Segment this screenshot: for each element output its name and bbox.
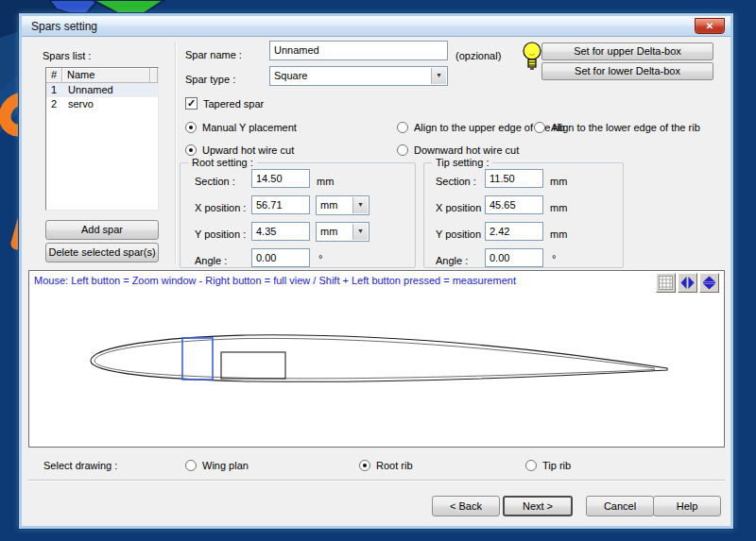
root-angle-label: Angle :	[195, 255, 227, 266]
radio-manual-y-placement[interactable]	[185, 122, 197, 133]
tip-x-unit: mm	[550, 202, 567, 213]
spar-type-value: Square	[274, 70, 307, 81]
lightbulb-icon	[521, 41, 543, 73]
upward-hot-wire-cut-label: Upward hot wire cut	[202, 144, 294, 156]
spar-type-label: Spar type :	[185, 74, 235, 85]
servo-spar-rect	[221, 352, 285, 379]
radio-upward-hot-wire-cut[interactable]	[185, 144, 197, 156]
radio-root-rib[interactable]	[359, 460, 370, 471]
dialog-client-area: Spars list : # Name 1 Unnamed 2 servo Ad…	[22, 37, 730, 526]
add-spar-button[interactable]: Add spar	[45, 220, 159, 240]
tip-setting-group: Tip setting : Section : 11.50 mm X posit…	[423, 162, 624, 268]
manual-y-placement-label: Manual Y placement	[202, 122, 297, 133]
spar-type-select[interactable]: Square ▼	[269, 66, 448, 86]
root-x-input[interactable]: 56.71	[251, 195, 310, 214]
back-button[interactable]: < Back	[432, 496, 500, 516]
tip-rib-label: Tip rib	[542, 460, 571, 471]
radio-align-lower-edge[interactable]	[534, 122, 545, 133]
tip-section-unit: mm	[550, 176, 567, 187]
tip-section-input[interactable]: 11.50	[485, 169, 543, 188]
tip-angle-input[interactable]: 0.00	[485, 248, 543, 267]
delete-spar-button[interactable]: Delete selected spar(s)	[45, 243, 159, 262]
tip-angle-label: Angle :	[436, 255, 468, 266]
chevron-down-icon[interactable]: ▼	[352, 197, 368, 213]
window-title: Spars setting	[31, 20, 97, 33]
selected-spar-rect	[182, 338, 213, 380]
root-y-input[interactable]: 4.35	[251, 222, 310, 241]
radio-align-upper-edge[interactable]	[397, 122, 408, 133]
root-angle-unit: °	[318, 253, 322, 264]
wing-plan-label: Wing plan	[202, 460, 249, 471]
root-section-input[interactable]: 14.50	[251, 169, 310, 188]
downward-hot-wire-cut-label: Downward hot wire cut	[414, 144, 519, 156]
spars-list-header: # Name	[46, 68, 158, 83]
rib-drawing-canvas[interactable]: Mouse: Left button = Zoom window - Right…	[28, 270, 725, 448]
table-row[interactable]: 2 servo	[46, 97, 158, 111]
tip-y-unit: mm	[550, 228, 567, 240]
spars-setting-dialog: Spars setting ✕ Spars list : # Name 1 Un…	[19, 13, 733, 529]
root-setting-group: Root setting : Section : 14.50 mm X posi…	[180, 162, 416, 268]
radio-downward-hot-wire-cut[interactable]	[397, 144, 408, 156]
radio-tip-rib[interactable]	[525, 460, 537, 471]
root-y-unit-select[interactable]: mm ▼	[316, 222, 369, 242]
root-x-unit-value: mm	[320, 199, 337, 211]
root-section-label: Section :	[195, 176, 235, 187]
column-header-sliver	[150, 68, 158, 83]
root-rib-label: Root rib	[376, 460, 413, 471]
tip-y-input[interactable]: 2.42	[485, 222, 543, 241]
vertical-divider	[175, 42, 177, 263]
row-name: servo	[62, 97, 94, 111]
root-angle-input[interactable]: 0.00	[251, 248, 310, 267]
row-number: 2	[46, 97, 62, 111]
spar-name-input[interactable]: Unnamed	[269, 41, 448, 60]
airfoil-drawing	[29, 271, 724, 447]
column-header-name[interactable]: Name	[62, 68, 150, 83]
align-lower-edge-label: Align to the lower edge of the rib	[551, 122, 700, 133]
spars-list-label: Spars list :	[43, 50, 91, 61]
tapered-spar-label: Tapered spar	[203, 98, 264, 110]
radio-wing-plan[interactable]	[185, 460, 197, 471]
next-button[interactable]: Next >	[503, 496, 573, 516]
cancel-button[interactable]: Cancel	[586, 496, 654, 516]
root-y-unit-value: mm	[320, 226, 337, 237]
footer-separator	[28, 480, 725, 482]
tip-angle-unit: °	[552, 253, 556, 264]
row-name: Unnamed	[62, 83, 113, 97]
tip-section-label: Section :	[436, 176, 476, 187]
tip-setting-title: Tip setting :	[432, 157, 492, 168]
spar-name-label: Spar name :	[185, 49, 242, 60]
root-y-label: Y position :	[195, 228, 246, 240]
optional-note: (opzional)	[455, 50, 501, 61]
spars-list-table[interactable]: # Name 1 Unnamed 2 servo	[45, 67, 159, 211]
close-icon[interactable]: ✕	[695, 18, 725, 34]
root-x-unit-select[interactable]: mm ▼	[316, 195, 369, 215]
tapered-spar-checkbox[interactable]: ✓	[185, 97, 198, 110]
help-button[interactable]: Help	[653, 496, 721, 516]
set-lower-deltabox-button[interactable]: Set for lower Delta-box	[541, 62, 713, 80]
titlebar[interactable]: Spars setting ✕	[22, 16, 730, 37]
root-section-unit: mm	[317, 176, 334, 187]
row-number: 1	[46, 83, 62, 97]
select-drawing-label: Select drawing :	[43, 460, 117, 471]
column-header-num[interactable]: #	[46, 68, 62, 83]
chevron-down-icon[interactable]: ▼	[352, 224, 368, 240]
set-upper-deltabox-button[interactable]: Set for upper Delta-box	[541, 42, 713, 60]
root-x-label: X position :	[195, 202, 246, 213]
tip-y-label: Y position :	[436, 228, 487, 240]
chevron-down-icon[interactable]: ▼	[431, 68, 446, 84]
tip-x-label: X position :	[436, 202, 487, 213]
tip-x-input[interactable]: 45.65	[485, 195, 543, 214]
table-row[interactable]: 1 Unnamed	[46, 83, 158, 97]
root-setting-title: Root setting :	[188, 157, 257, 168]
